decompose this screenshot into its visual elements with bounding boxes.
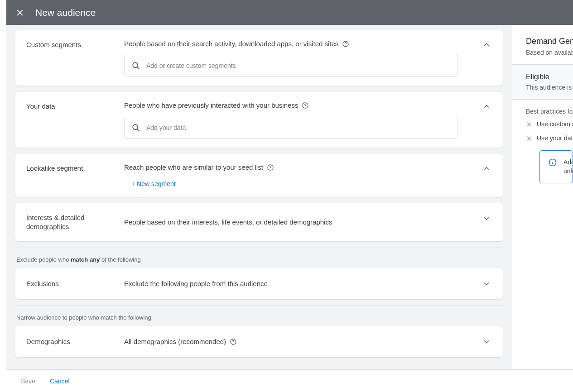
close-button[interactable] bbox=[14, 6, 26, 19]
demographics-label: Demographics bbox=[26, 337, 117, 346]
bp-link-custom-segments[interactable]: Use custom segments bbox=[537, 120, 573, 128]
eligible-sub: This audience is eligible bbox=[526, 84, 573, 91]
collapse-your-data[interactable] bbox=[481, 101, 492, 112]
card-your-data: Your data People who have previously int… bbox=[15, 92, 503, 147]
interests-label: Interests & detailed demographics bbox=[26, 213, 117, 232]
save-button: Save bbox=[21, 376, 35, 387]
search-icon bbox=[131, 123, 141, 133]
card-interests[interactable]: Interests & detailed demographics People… bbox=[15, 203, 503, 242]
exclusions-desc: Exclude the following people from this a… bbox=[124, 279, 268, 288]
modal-title: New audience bbox=[35, 7, 96, 18]
chevron-down-icon bbox=[482, 337, 491, 346]
new-audience-modal: New audience Custom segments People base… bbox=[6, 0, 573, 392]
custom-segments-label: Custom segments bbox=[26, 39, 117, 49]
card-exclusions[interactable]: Exclusions Exclude the following people … bbox=[15, 268, 503, 299]
svg-point-11 bbox=[552, 161, 553, 161]
chevron-down-icon bbox=[482, 214, 491, 223]
svg-point-9 bbox=[233, 343, 234, 344]
exclusions-label: Exclusions bbox=[26, 279, 117, 288]
svg-point-7 bbox=[270, 169, 270, 169]
main-column: Custom segments People based on their se… bbox=[6, 25, 512, 369]
modal-header: New audience bbox=[6, 0, 573, 25]
divider bbox=[15, 248, 503, 248]
close-icon[interactable] bbox=[526, 121, 532, 128]
best-practice-item: Use your data bbox=[526, 134, 573, 142]
lookalike-label: Lookalike segment bbox=[26, 163, 117, 173]
info-line1: Add segments bbox=[563, 158, 573, 167]
info-callout: Add segments unlock insights bbox=[539, 150, 573, 183]
svg-point-1 bbox=[346, 45, 346, 46]
exclude-hint: Exclude people who match any of the foll… bbox=[16, 256, 503, 263]
divider bbox=[15, 306, 503, 306]
chevron-up-icon bbox=[482, 164, 491, 173]
bp-link-your-data[interactable]: Use your data bbox=[537, 134, 573, 142]
your-data-input[interactable] bbox=[146, 124, 451, 131]
svg-point-5 bbox=[133, 124, 138, 129]
your-data-label: Your data bbox=[26, 101, 117, 111]
expand-exclusions[interactable] bbox=[481, 278, 492, 289]
custom-segments-input[interactable] bbox=[146, 62, 451, 69]
card-demographics[interactable]: Demographics All demographics (recommend… bbox=[15, 326, 503, 357]
insights-title: Demand Gen insights bbox=[526, 37, 573, 46]
help-icon[interactable] bbox=[342, 40, 349, 48]
insights-panel: Demand Gen insights Based on available E… bbox=[512, 25, 573, 369]
demographics-desc: All demographics (recommended) bbox=[124, 337, 226, 346]
narrow-hint: Narrow audience to people who match the … bbox=[16, 314, 503, 321]
custom-segments-desc: People based on their search activity, d… bbox=[124, 39, 338, 48]
help-icon[interactable] bbox=[267, 164, 274, 171]
help-icon[interactable] bbox=[230, 338, 237, 345]
new-segment-link[interactable]: + New segment bbox=[131, 180, 176, 187]
chevron-down-icon bbox=[482, 279, 491, 288]
expand-interests[interactable] bbox=[481, 213, 492, 224]
info-line2: unlock insights bbox=[563, 167, 573, 176]
card-lookalike: Lookalike segment Reach people who are s… bbox=[15, 154, 503, 197]
svg-point-4 bbox=[305, 107, 306, 107]
svg-point-2 bbox=[133, 62, 138, 67]
your-data-desc: People who have previously interacted wi… bbox=[124, 101, 298, 110]
modal-body: Custom segments People based on their se… bbox=[6, 25, 573, 369]
expand-demographics[interactable] bbox=[481, 336, 492, 347]
close-icon bbox=[15, 8, 24, 17]
modal-footer: Save Cancel bbox=[6, 369, 573, 392]
help-icon[interactable] bbox=[302, 102, 309, 109]
close-icon[interactable] bbox=[526, 135, 532, 142]
chevron-up-icon bbox=[482, 40, 491, 49]
collapse-custom-segments[interactable] bbox=[481, 39, 492, 50]
best-practice-item: Use custom segments bbox=[526, 120, 573, 128]
lookalike-desc: Reach people who are similar to your see… bbox=[124, 163, 263, 172]
your-data-input-wrap[interactable] bbox=[124, 117, 457, 139]
best-practices-title: Best practices for segments bbox=[526, 108, 573, 115]
collapse-lookalike[interactable] bbox=[481, 163, 492, 174]
custom-segments-input-wrap[interactable] bbox=[124, 55, 457, 76]
chevron-up-icon bbox=[482, 102, 491, 111]
cancel-button[interactable]: Cancel bbox=[50, 376, 70, 387]
insights-sub: Based on available bbox=[526, 49, 573, 56]
card-custom-segments: Custom segments People based on their se… bbox=[15, 30, 503, 86]
search-icon bbox=[131, 61, 141, 71]
info-icon bbox=[548, 158, 557, 167]
interests-desc: People based on their interests, life ev… bbox=[124, 218, 332, 227]
eligible-title: Eligible bbox=[526, 73, 573, 81]
